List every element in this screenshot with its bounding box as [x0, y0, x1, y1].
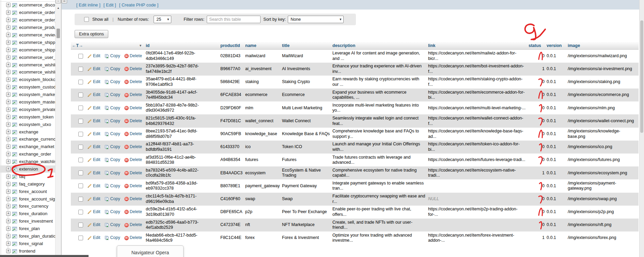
delete-button[interactable]: Delete	[124, 171, 142, 176]
edit-button[interactable]: Edit	[87, 131, 100, 137]
copy-button[interactable]: Copy	[105, 79, 120, 85]
column-header-name[interactable]: name	[244, 42, 281, 50]
row-checkbox[interactable]	[78, 132, 83, 136]
edit-button[interactable]: Edit	[87, 209, 100, 215]
delete-button[interactable]: Delete	[124, 196, 142, 202]
expand-icon[interactable]: +	[6, 100, 11, 104]
copy-button[interactable]: Copy	[105, 144, 120, 150]
column-header-title[interactable]: title	[281, 42, 331, 50]
copy-button[interactable]: Copy	[105, 222, 120, 228]
copy-button[interactable]: Copy	[105, 92, 120, 98]
column-header-link[interactable]: link	[427, 42, 528, 50]
expand-icon[interactable]: +	[6, 219, 11, 223]
delete-button[interactable]: Delete	[124, 235, 142, 241]
expand-icon[interactable]: +	[6, 130, 11, 134]
sidebar-item-forex-account-signal[interactable]: +forex_account_signal	[0, 195, 55, 203]
row-checkbox[interactable]	[78, 223, 83, 227]
column-header-id[interactable]: id	[145, 42, 219, 50]
edit-inline-link[interactable]: [ Edit inline ]	[76, 2, 100, 7]
expand-icon[interactable]: +	[6, 70, 11, 74]
sidebar-item-extension[interactable]: +extension	[0, 165, 55, 173]
delete-button[interactable]: Delete	[124, 144, 142, 150]
page-scrollbar[interactable]	[639, 0, 644, 257]
sidebar-item-frontend[interactable]: +frontend	[0, 247, 55, 255]
copy-button[interactable]: Copy	[105, 106, 120, 111]
filter-rows-input[interactable]	[207, 16, 261, 23]
column-header-status[interactable]: status	[528, 42, 546, 50]
sort-by-key-select[interactable]: None ▼	[288, 16, 344, 23]
sidebar-item-ecommerce-order[interactable]: +ecommerce_order	[0, 9, 55, 16]
edit-button[interactable]: Edit	[87, 92, 100, 98]
sidebar-item-ecommerce-review[interactable]: +ecommerce_review	[0, 31, 55, 39]
sidebar-item-forex-account[interactable]: +forex_account	[0, 188, 55, 195]
sidebar-item-forex-currency[interactable]: +forex_currency	[0, 203, 55, 210]
copy-button[interactable]: Copy	[105, 131, 120, 137]
number-of-rows-select[interactable]: 25 ▼	[154, 16, 171, 23]
row-checkbox[interactable]	[78, 67, 83, 71]
sidebar-item-ecommerce-wishlist-item[interactable]: +ecommerce_wishlist_item	[0, 68, 55, 76]
expand-icon[interactable]: +	[6, 92, 11, 97]
expand-icon[interactable]: +	[6, 137, 11, 141]
expand-icon[interactable]: +	[6, 152, 11, 156]
sidebar-item-ecommerce-order-item[interactable]: +ecommerce_order_item	[0, 16, 55, 24]
sidebar-item-ecosystem-token[interactable]: +ecosystem_token	[0, 113, 55, 121]
delete-button[interactable]: Delete	[124, 53, 142, 59]
expand-icon[interactable]: +	[6, 204, 11, 208]
expand-icon[interactable]: +	[6, 174, 11, 179]
row-checkbox[interactable]	[78, 236, 83, 240]
edit-button[interactable]: Edit	[87, 157, 100, 163]
unlink-panel-icon[interactable]: ∞	[62, 0, 67, 3]
edit-button[interactable]: Edit	[87, 171, 100, 176]
expand-icon[interactable]: +	[6, 167, 11, 171]
copy-button[interactable]: Copy	[105, 157, 120, 163]
expand-icon[interactable]: +	[6, 211, 11, 216]
copy-button[interactable]: Copy	[105, 183, 120, 189]
actions-column-header[interactable]: ←T→ ▼	[71, 42, 145, 50]
edit-button[interactable]: Edit	[87, 79, 100, 85]
row-checkbox[interactable]	[78, 106, 83, 110]
sidebar-item-ecommerce-product[interactable]: +ecommerce_product	[0, 24, 55, 31]
row-checkbox[interactable]	[78, 119, 83, 124]
delete-button[interactable]: Delete	[124, 222, 142, 228]
extra-options-button[interactable]: Extra options	[75, 30, 108, 38]
edit-button[interactable]: Edit	[87, 118, 100, 124]
edit-button[interactable]: Edit	[87, 66, 100, 72]
expand-icon[interactable]: +	[6, 25, 11, 30]
edit-button[interactable]: Edit	[87, 144, 100, 150]
edit-button[interactable]: Edit	[87, 196, 100, 202]
expand-icon[interactable]: +	[6, 182, 11, 186]
expand-icon[interactable]: +	[6, 85, 11, 89]
expand-icon[interactable]: +	[6, 107, 11, 112]
expand-icon[interactable]: +	[6, 234, 11, 238]
edit-link[interactable]: [ Edit ]	[104, 2, 116, 7]
edit-button[interactable]: Edit	[87, 235, 100, 241]
delete-button[interactable]: Delete	[124, 118, 142, 124]
column-header-productid[interactable]: productId	[219, 42, 244, 50]
copy-button[interactable]: Copy	[105, 53, 120, 59]
delete-button[interactable]: Delete	[124, 209, 142, 215]
edit-button[interactable]: Edit	[87, 222, 100, 228]
sidebar-item-ecosystem-master-walle[interactable]: +ecosystem_master_walle	[0, 98, 55, 106]
expand-icon[interactable]: +	[6, 33, 11, 37]
sidebar-item-exchange-order[interactable]: +exchange_order	[0, 150, 55, 158]
edit-button[interactable]: Edit	[87, 106, 100, 111]
delete-button[interactable]: Delete	[124, 131, 142, 137]
edit-button[interactable]: Edit	[87, 53, 100, 59]
column-header-image[interactable]: image	[567, 42, 639, 50]
sidebar-item-forex-investment[interactable]: +forex_investment	[0, 218, 55, 225]
copy-button[interactable]: Copy	[105, 196, 120, 202]
row-checkbox[interactable]	[78, 54, 83, 59]
sidebar-item-exchange-currency[interactable]: +exchange_currency	[0, 135, 55, 143]
sidebar-item-exchange-watchlist[interactable]: +exchange_watchlist	[0, 158, 55, 165]
delete-button[interactable]: Delete	[124, 92, 142, 98]
delete-button[interactable]: Delete	[124, 106, 142, 111]
sidebar-item-faq-category[interactable]: +faq_category	[0, 180, 55, 188]
create-php-code-link[interactable]: [ Create PHP code ]	[119, 2, 158, 7]
sidebar-item-faq[interactable]: +faq	[0, 173, 55, 180]
row-checkbox[interactable]	[78, 158, 83, 162]
delete-button[interactable]: Delete	[124, 79, 142, 85]
expand-icon[interactable]: +	[6, 40, 11, 45]
expand-icon[interactable]: +	[6, 3, 11, 7]
delete-button[interactable]: Delete	[124, 66, 142, 72]
show-all-checkbox[interactable]	[84, 17, 89, 22]
